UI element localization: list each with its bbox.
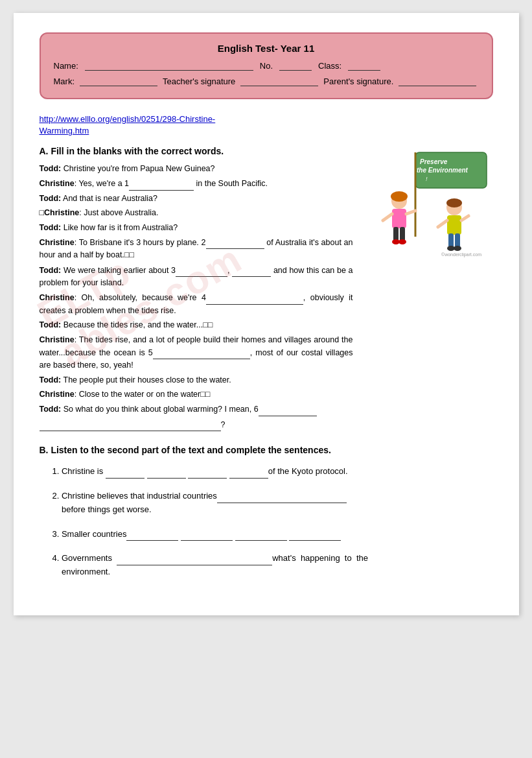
speaker-christine-5: Christine [40,335,75,344]
resource-link[interactable]: http://www.elllo.org/english/0251/298-Ch… [40,114,216,136]
svg-rect-16 [447,215,461,235]
svg-rect-9 [400,227,405,241]
speaker-christine-4: Christine [40,293,75,302]
preserve-environment-image: Preserve the Environment ! [364,146,493,259]
svg-point-20 [454,246,461,251]
link-section: http://www.elllo.org/english/0251/298-Ch… [40,113,493,137]
teacher-sig-field [240,76,318,86]
mark-label: Mark: [54,77,75,86]
sentence-item-1: 1. Christine is of the Kyoto protocol. [40,464,493,479]
parent-sig-label: Parent's signature. [323,77,393,86]
svg-line-21 [438,220,447,227]
header-row2: Mark: Teacher's signature Parent's signa… [54,76,479,86]
speaker-todd-6: Todd: [40,375,62,385]
speaker-christine-1: Christine [40,179,75,188]
illustration-col: Preserve the Environment ! [364,146,493,433]
header-title: English Test- Year 11 [54,43,479,54]
svg-text:the Environment: the Environment [417,167,468,174]
no-field [279,60,312,71]
class-field [348,60,380,71]
speaker-christine-3: Christine [40,238,75,247]
speaker-todd-5: Todd: [40,320,62,329]
section-b-heading: B. Listen to the second part of the text… [40,445,493,455]
speaker-todd-1: Todd: [40,164,62,173]
sentence-1-num: 1. Christine is of the Kyoto protocol. [52,466,348,476]
svg-text:Preserve: Preserve [420,158,448,165]
svg-line-22 [461,216,468,220]
speaker-todd-3: Todd: [40,223,62,232]
dialogue-text: Todd: Christine you're from Papua New Gu… [40,163,353,431]
header-row1: Name: No. Class: [54,60,479,71]
section-a-heading: A. Fill in the blanks with the correct w… [40,146,353,156]
svg-point-6 [391,191,408,202]
mark-field [80,76,157,86]
class-label: Class: [318,61,341,71]
speaker-christine-6: Christine [40,390,75,399]
speaker-christine-2: Christine [44,208,79,217]
svg-text:©wonderclipart.com: ©wonderclipart.com [441,252,481,257]
sentence-item-4: 4. Governments what's happening to the e… [40,551,493,579]
svg-line-12 [383,214,392,220]
svg-rect-17 [448,233,454,248]
sentence-item-2: 2. Christine believes that industrial co… [40,489,493,517]
speaker-todd-2: Todd: [40,194,62,203]
no-label: No. [260,61,273,71]
section-a-text: A. Fill in the blanks with the correct w… [40,146,353,433]
name-field [85,60,253,71]
speaker-todd-4: Todd: [40,266,62,275]
svg-line-13 [406,211,415,214]
svg-rect-8 [393,227,399,241]
parent-sig-field [399,76,476,86]
teacher-sig-label: Teacher's signature [163,77,235,86]
sentence-2-num: 2. Christine believes that industrial co… [52,491,347,514]
content-area: A. Fill in the blanks with the correct w… [40,146,493,433]
name-label: Name: [54,61,78,71]
speaker-todd-7: Todd: [40,405,62,414]
sentence-4-num: 4. Governments what's happening to the e… [52,553,368,576]
svg-point-15 [446,198,462,207]
header-box: English Test- Year 11 Name: No. Class: M… [40,32,493,99]
svg-point-11 [399,239,406,244]
sentence-3-num: 3. Smaller countries [52,529,341,539]
section-b: B. Listen to the second part of the text… [40,445,493,579]
sentence-item-3: 3. Smaller countries [40,527,493,541]
svg-rect-7 [392,209,406,228]
svg-rect-18 [455,233,460,248]
